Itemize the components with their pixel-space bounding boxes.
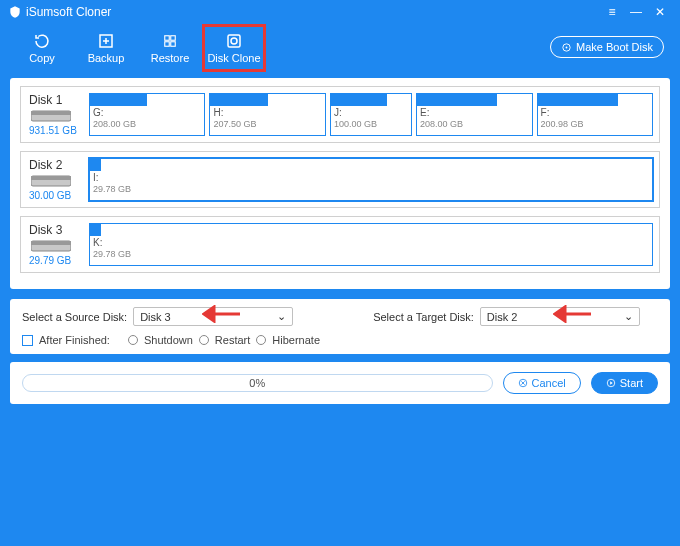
restore-icon (161, 32, 179, 50)
hard-drive-icon (31, 109, 71, 123)
hard-drive-icon (31, 239, 71, 253)
disk-clone-icon (225, 32, 243, 50)
partition[interactable]: G:208.00 GB (89, 93, 205, 136)
title-bar: iSumsoft Cloner ≡ — ✕ (0, 0, 680, 24)
selection-panel: Select a Source Disk: Disk 3 ⌄ Select a … (10, 299, 670, 354)
partition-size: 208.00 GB (90, 119, 204, 129)
disk-name: Disk 2 (29, 158, 62, 172)
partition-letter: I: (90, 171, 652, 184)
svg-rect-5 (228, 35, 240, 47)
chevron-down-icon: ⌄ (624, 310, 633, 323)
chevron-down-icon: ⌄ (277, 310, 286, 323)
tool-restore[interactable]: Restore (138, 24, 202, 72)
bottom-bar: 0% Cancel Start (10, 362, 670, 404)
svg-rect-3 (165, 42, 170, 47)
radio-shutdown[interactable] (128, 335, 138, 345)
disk-size: 30.00 GB (29, 190, 71, 201)
progress-bar: 0% (22, 374, 493, 392)
app-logo-icon (8, 5, 22, 19)
app-window: iSumsoft Cloner ≡ — ✕ Copy Backup Restor… (0, 0, 680, 546)
cancel-button[interactable]: Cancel (503, 372, 581, 394)
partition[interactable]: E:208.00 GB (416, 93, 532, 136)
partition-letter: J: (331, 106, 411, 119)
radio-restart[interactable] (199, 335, 209, 345)
partition-letter: E: (417, 106, 531, 119)
minimize-button[interactable]: — (624, 2, 648, 22)
partition-size: 29.78 GB (90, 249, 652, 259)
svg-rect-4 (171, 42, 176, 47)
disk-row[interactable]: Disk 230.00 GBI:29.78 GB (20, 151, 660, 208)
app-brand: iSumsoft Cloner (8, 5, 111, 19)
after-finished-label: After Finished: (39, 334, 110, 346)
red-arrow-icon (553, 305, 593, 323)
partition[interactable]: H:207.50 GB (209, 93, 325, 136)
partition-size: 29.78 GB (90, 184, 652, 194)
source-label: Select a Source Disk: (22, 311, 127, 323)
svg-rect-10 (31, 111, 71, 115)
red-arrow-icon (202, 305, 242, 323)
partition-letter: H: (210, 106, 324, 119)
after-finished-checkbox[interactable] (22, 335, 33, 346)
svg-rect-12 (31, 176, 71, 180)
tool-backup[interactable]: Backup (74, 24, 138, 72)
disk-row[interactable]: Disk 1931.51 GBG:208.00 GBH:207.50 GBJ:1… (20, 86, 660, 143)
partition-letter: G: (90, 106, 204, 119)
tool-copy[interactable]: Copy (10, 24, 74, 72)
copy-icon (33, 32, 51, 50)
hard-drive-icon (31, 174, 71, 188)
disk-size: 29.79 GB (29, 255, 71, 266)
tool-disk-clone[interactable]: Disk Clone (202, 24, 266, 72)
radio-hibernate[interactable] (256, 335, 266, 345)
partition[interactable]: I:29.78 GB (89, 158, 653, 201)
partition-size: 200.98 GB (538, 119, 652, 129)
partition-letter: F: (538, 106, 652, 119)
partition[interactable]: K:29.78 GB (89, 223, 653, 266)
partition-size: 100.00 GB (331, 119, 411, 129)
play-icon (606, 378, 616, 388)
disk-name: Disk 3 (29, 223, 62, 237)
app-title: iSumsoft Cloner (26, 5, 111, 19)
backup-icon (97, 32, 115, 50)
start-button[interactable]: Start (591, 372, 658, 394)
close-button[interactable]: ✕ (648, 2, 672, 22)
partition-letter: K: (90, 236, 652, 249)
gear-icon (561, 42, 572, 53)
partition[interactable]: F:200.98 GB (537, 93, 653, 136)
svg-point-6 (231, 38, 237, 44)
partition-size: 207.50 GB (210, 119, 324, 129)
partition[interactable]: J:100.00 GB (330, 93, 412, 136)
svg-rect-1 (165, 36, 170, 41)
make-boot-disk-button[interactable]: Make Boot Disk (550, 36, 664, 58)
disk-size: 931.51 GB (29, 125, 77, 136)
disk-row[interactable]: Disk 329.79 GBK:29.78 GB (20, 216, 660, 273)
cancel-icon (518, 378, 528, 388)
disks-panel: Disk 1931.51 GBG:208.00 GBH:207.50 GBJ:1… (10, 78, 670, 289)
menu-button[interactable]: ≡ (600, 2, 624, 22)
svg-point-8 (566, 46, 568, 48)
svg-rect-2 (171, 36, 176, 41)
disk-name: Disk 1 (29, 93, 62, 107)
main-toolbar: Copy Backup Restore Disk Clone Make Boot… (0, 24, 680, 72)
target-label: Select a Target Disk: (373, 311, 474, 323)
svg-rect-14 (31, 241, 71, 245)
partition-size: 208.00 GB (417, 119, 531, 129)
